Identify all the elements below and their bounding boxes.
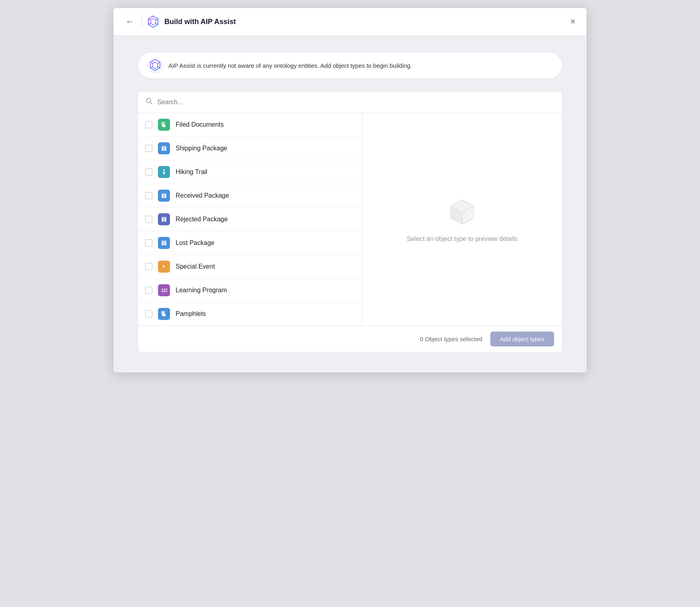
cube-icon (446, 196, 478, 228)
item-icon-pamphlets (158, 308, 170, 320)
footer-row: 0 Object types selected Add object types (138, 326, 562, 352)
list-item-received-package[interactable]: Received Package (138, 184, 362, 208)
modal-body: AIP Assist is currently not aware of any… (113, 36, 587, 372)
item-icon-rejected-package (158, 213, 170, 225)
svg-marker-1 (151, 18, 156, 25)
item-label-filed-documents: Filed Documents (176, 121, 224, 128)
modal-header: ← (113, 8, 587, 36)
svg-point-26 (163, 169, 165, 171)
svg-text:✦: ✦ (162, 264, 166, 269)
checkbox-rejected-package[interactable] (145, 216, 152, 223)
item-label-lost-package: Lost Package (176, 239, 214, 247)
checkbox-shipping-package[interactable] (145, 145, 152, 152)
item-icon-special-event: ✦ (158, 261, 170, 273)
svg-rect-40 (162, 314, 166, 316)
item-label-pamphlets: Pamphlets (176, 310, 206, 318)
banner-message: AIP Assist is currently not aware of any… (168, 62, 412, 69)
svg-text:123: 123 (161, 288, 167, 293)
svg-marker-10 (153, 62, 158, 69)
checkbox-hiking-trail[interactable] (145, 168, 152, 176)
search-input[interactable] (157, 99, 555, 106)
svg-rect-32 (162, 217, 166, 218)
svg-rect-35 (162, 241, 166, 242)
app-logo (147, 15, 160, 28)
checkbox-lost-package[interactable] (145, 239, 152, 247)
item-icon-learning-program: 123 (158, 284, 170, 296)
item-icon-received-package (158, 190, 170, 202)
modal-overlay: ← (0, 0, 700, 607)
info-banner: AIP Assist is currently not aware of any… (138, 52, 562, 79)
svg-rect-29 (162, 193, 166, 194)
checkbox-filed-documents[interactable] (145, 121, 152, 128)
item-label-rejected-package: Rejected Package (176, 216, 228, 223)
list-item-lost-package[interactable]: Lost Package (138, 231, 362, 255)
close-button[interactable]: × (568, 16, 577, 28)
item-icon-hiking-trail (158, 166, 170, 178)
selected-count-label: 0 Object types selected (420, 336, 482, 342)
item-label-special-event: Special Event (176, 263, 215, 270)
header-left: ← (123, 15, 236, 28)
list-item-special-event[interactable]: ✦Special Event (138, 255, 362, 279)
checkbox-learning-program[interactable] (145, 287, 152, 294)
list-item-rejected-package[interactable]: Rejected Package (138, 208, 362, 231)
svg-line-18 (150, 102, 152, 104)
svg-rect-20 (162, 125, 166, 127)
item-icon-filed-documents (158, 119, 170, 131)
search-row (138, 91, 562, 113)
preview-hint-text: Select an object type to preview details (407, 235, 518, 243)
main-panel: Filed DocumentsShipping PackageHiking Tr… (138, 91, 562, 352)
svg-rect-24 (162, 146, 166, 147)
object-type-list: Filed DocumentsShipping PackageHiking Tr… (138, 113, 362, 326)
item-icon-shipping-package (158, 142, 170, 154)
item-label-received-package: Received Package (176, 192, 229, 199)
list-item-pamphlets[interactable]: Pamphlets (138, 302, 362, 326)
item-label-hiking-trail: Hiking Trail (176, 168, 207, 176)
checkbox-received-package[interactable] (145, 192, 152, 199)
modal: ← (113, 8, 587, 372)
header-divider (142, 17, 142, 26)
checkbox-special-event[interactable] (145, 263, 152, 270)
banner-logo-icon (148, 58, 163, 73)
preview-panel: Select an object type to preview details (362, 113, 562, 326)
list-item-learning-program[interactable]: 123Learning Program (138, 279, 362, 302)
list-item-hiking-trail[interactable]: Hiking Trail (138, 160, 362, 184)
checkbox-pamphlets[interactable] (145, 310, 152, 318)
list-item-shipping-package[interactable]: Shipping Package (138, 137, 362, 160)
item-icon-lost-package (158, 237, 170, 249)
back-button[interactable]: ← (123, 16, 137, 27)
list-preview-row: Filed DocumentsShipping PackageHiking Tr… (138, 113, 562, 326)
item-label-learning-program: Learning Program (176, 287, 227, 294)
item-label-shipping-package: Shipping Package (176, 145, 227, 152)
search-icon (145, 97, 153, 107)
add-object-types-button[interactable]: Add object types (490, 332, 554, 346)
list-item-filed-documents[interactable]: Filed Documents (138, 113, 362, 137)
modal-title: Build with AIP Assist (164, 18, 236, 26)
